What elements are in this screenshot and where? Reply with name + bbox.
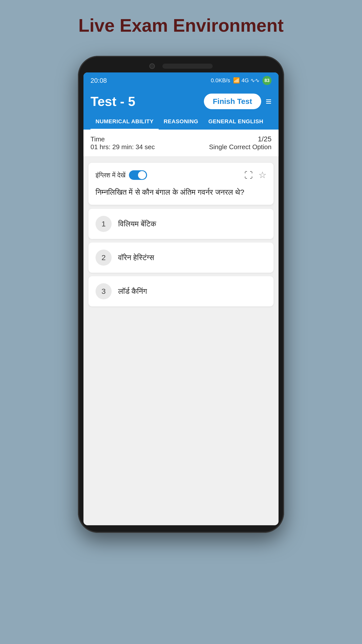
page-title: Live Exam Environment — [78, 15, 284, 36]
timer-left: Time 01 hrs: 29 min: 34 sec — [90, 135, 155, 151]
tab-numerical-ability[interactable]: NUMERICAL ABILITY — [90, 114, 159, 130]
network-speed: 0.0KB/s — [211, 77, 230, 84]
header-right: Finish Test ≡ — [204, 94, 272, 109]
phone-frame: 20:08 0.0KB/s 📶 4G ∿∿ 83 Test - 5 Finish… — [78, 56, 284, 533]
menu-icon[interactable]: ≡ — [266, 96, 272, 106]
option-number-2: 2 — [96, 250, 112, 266]
view-in-english: इंग्लिश में देखें — [96, 170, 147, 180]
option-text-2: वॉरेन हेस्टिंग्स — [118, 253, 154, 262]
timer-section: Time 01 hrs: 29 min: 34 sec 1/25 Single … — [83, 130, 279, 157]
view-in-english-label: इंग्लिश में देखें — [96, 171, 125, 179]
option-card-2[interactable]: 2 वॉरेन हेस्टिंग्स — [88, 243, 274, 273]
battery-badge: 83 — [262, 76, 272, 85]
option-card-1[interactable]: 1 विलियम बेंटिक — [88, 209, 274, 239]
header-main: Test - 5 Finish Test ≡ — [90, 94, 272, 109]
finish-test-button[interactable]: Finish Test — [204, 94, 261, 109]
timer-label: Time — [90, 135, 155, 143]
fullscreen-icon[interactable]: ⛶ — [244, 170, 253, 180]
status-bar: 20:08 0.0KB/s 📶 4G ∿∿ 83 — [83, 72, 279, 89]
language-toggle[interactable] — [129, 170, 147, 180]
option-number-1: 1 — [96, 216, 112, 232]
question-card-header: इंग्लिश में देखें ⛶ ☆ — [96, 170, 266, 180]
phone-camera — [149, 63, 155, 69]
card-actions: ⛶ ☆ — [244, 170, 266, 180]
phone-speaker — [162, 64, 213, 69]
test-title: Test - 5 — [90, 94, 135, 109]
network-icons: 📶 4G ∿∿ — [233, 77, 259, 84]
tabs: NUMERICAL ABILITY REASONING GENERAL ENGL… — [90, 114, 272, 130]
status-right: 0.0KB/s 📶 4G ∿∿ 83 — [211, 76, 272, 85]
app-header: Test - 5 Finish Test ≡ NUMERICAL ABILITY… — [83, 89, 279, 130]
bottom-space — [83, 310, 279, 325]
timer-value: 01 hrs: 29 min: 34 sec — [90, 143, 155, 151]
question-num: 1/25 — [209, 135, 272, 143]
status-time: 20:08 — [90, 77, 107, 85]
option-text-3: लॉर्ड कैनिंग — [118, 287, 147, 296]
option-card-3[interactable]: 3 लॉर्ड कैनिंग — [88, 276, 274, 306]
timer-right: 1/25 Single Correct Option — [209, 135, 272, 151]
option-text-1: विलियम बेंटिक — [118, 220, 156, 228]
tab-general-english[interactable]: GENERAL ENGLISH — [203, 114, 268, 130]
phone-screen: 20:08 0.0KB/s 📶 4G ∿∿ 83 Test - 5 Finish… — [83, 72, 279, 525]
tab-reasoning[interactable]: REASONING — [159, 114, 203, 130]
phone-top-bar — [83, 63, 279, 69]
question-text: निम्नलिखित में से कौन बंगाल के अंतिम गवर… — [96, 186, 266, 198]
question-card: इंग्लिश में देखें ⛶ ☆ निम्नलिखित में से … — [88, 163, 274, 205]
star-icon[interactable]: ☆ — [258, 170, 266, 180]
question-type: Single Correct Option — [209, 143, 272, 151]
option-number-3: 3 — [96, 283, 112, 299]
